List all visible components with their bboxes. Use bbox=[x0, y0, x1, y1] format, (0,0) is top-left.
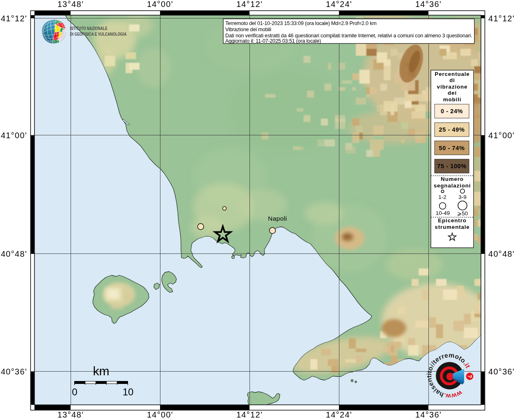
svg-text:1-2: 1-2 bbox=[438, 194, 446, 200]
svg-text:14°24': 14°24' bbox=[326, 0, 352, 9]
svg-text:14°36': 14°36' bbox=[415, 0, 442, 9]
svg-text:14°00': 14°00' bbox=[147, 0, 173, 9]
svg-text:ISTITUTO NAZIONALE: ISTITUTO NAZIONALE bbox=[70, 26, 108, 31]
svg-text:DI GEOFISICA E VULCANOLOGIA: DI GEOFISICA E VULCANOLOGIA bbox=[70, 32, 127, 37]
svg-text:75 - 100%: 75 - 100% bbox=[437, 163, 467, 169]
svg-text:14°24': 14°24' bbox=[326, 410, 352, 419]
svg-text:40°36': 40°36' bbox=[1, 367, 27, 376]
svg-text:Napoli: Napoli bbox=[268, 215, 287, 222]
svg-text:10-49: 10-49 bbox=[436, 210, 450, 216]
svg-text:13°48': 13°48' bbox=[57, 0, 84, 9]
svg-text:41°00': 41°00' bbox=[488, 131, 515, 140]
svg-text:0 - 24%: 0 - 24% bbox=[441, 108, 463, 114]
svg-text:14°12': 14°12' bbox=[236, 410, 263, 419]
svg-text:Vibrazione dei mobili: Vibrazione dei mobili bbox=[225, 27, 271, 32]
svg-text:25 - 49%: 25 - 49% bbox=[439, 126, 465, 133]
svg-text:14°12': 14°12' bbox=[236, 0, 263, 9]
svg-text:Percentuale: Percentuale bbox=[435, 71, 469, 77]
svg-text:3-9: 3-9 bbox=[458, 194, 467, 200]
svg-text:Epicentro: Epicentro bbox=[438, 217, 466, 224]
svg-text:Aggiornato il: 11-07-2025 03:5: Aggiornato il: 11-07-2025 03:51 (ora loc… bbox=[225, 38, 321, 44]
svg-text:?: ? bbox=[467, 374, 473, 378]
svg-text:14°00': 14°00' bbox=[147, 410, 173, 419]
svg-text:14°36': 14°36' bbox=[415, 410, 442, 419]
svg-text:41°00': 41°00' bbox=[1, 131, 27, 140]
svg-text:13°48': 13°48' bbox=[57, 410, 84, 419]
svg-text:segnalazioni: segnalazioni bbox=[434, 183, 471, 189]
svg-text:⩾50: ⩾50 bbox=[457, 210, 468, 217]
svg-text:41°12': 41°12' bbox=[488, 14, 515, 23]
svg-text:50 - 74%: 50 - 74% bbox=[439, 145, 465, 151]
svg-text:0: 0 bbox=[72, 386, 77, 397]
svg-text:Dati non verificati estratti d: Dati non verificati estratti da 46 quest… bbox=[225, 33, 472, 39]
svg-text:41°12': 41°12' bbox=[1, 14, 27, 23]
svg-text:Numero: Numero bbox=[441, 176, 464, 182]
svg-text:dei: dei bbox=[448, 90, 457, 96]
svg-text:40°36': 40°36' bbox=[488, 367, 515, 376]
svg-text:Terremoto del 01-10-2023 15:33: Terremoto del 01-10-2023 15:33:09 (ora l… bbox=[225, 21, 377, 26]
svg-text:40°48': 40°48' bbox=[488, 249, 515, 258]
svg-text:mobili: mobili bbox=[443, 96, 462, 103]
svg-text:di: di bbox=[449, 77, 455, 83]
svg-text:10: 10 bbox=[123, 386, 134, 397]
svg-text:40°48': 40°48' bbox=[1, 249, 27, 258]
svg-text:vibrazione: vibrazione bbox=[437, 84, 468, 90]
svg-text:strumentale: strumentale bbox=[435, 224, 469, 230]
svg-text:km: km bbox=[93, 364, 110, 378]
